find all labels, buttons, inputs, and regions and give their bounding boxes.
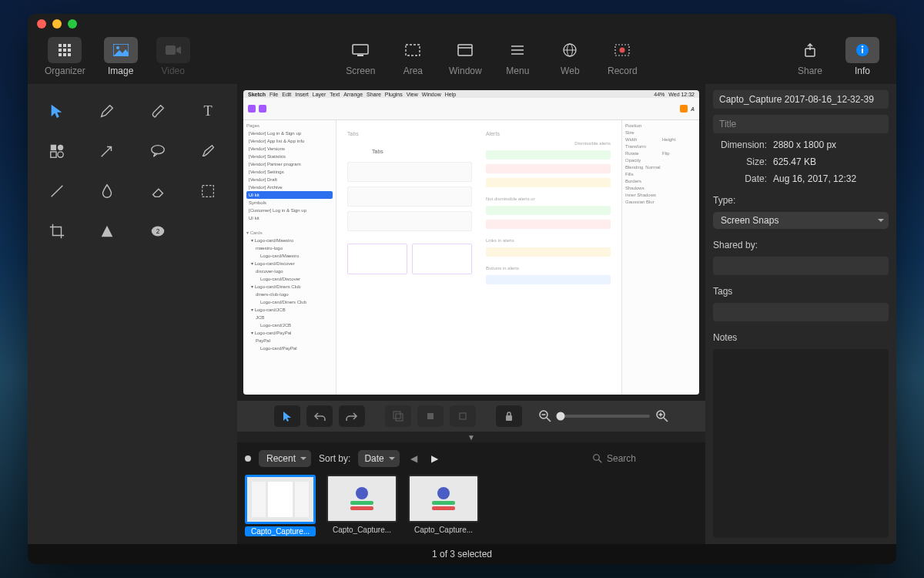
organizer-label: Organizer [45,66,85,76]
notes-field[interactable] [713,349,889,538]
share-button[interactable]: Share [784,37,836,76]
svg-point-31 [58,145,63,150]
window-close-button[interactable] [37,19,46,29]
image-tab[interactable]: Image [95,37,147,76]
eb-bring-front[interactable] [417,405,444,427]
mode-group: Organizer Image Video [35,37,199,76]
svg-rect-0 [59,44,62,47]
brush-tool[interactable] [133,92,182,130]
sketch-pages-header: Pages [246,123,333,128]
thumbnail-caption: Capto_Capture... [326,525,397,535]
thumbnail[interactable]: Capto_Capture... [245,475,316,536]
window-titlebar [28,14,896,34]
sort-dropdown[interactable]: Date [358,450,399,467]
svg-rect-11 [166,45,176,55]
svg-rect-43 [506,415,512,421]
crop-tool[interactable] [32,212,82,250]
zoom-slider[interactable] [557,415,650,418]
eb-copy[interactable] [385,405,411,427]
tray-toggle[interactable]: ▼ [237,432,705,442]
date-value: Aug 16, 2017, 12:32 [773,173,889,184]
search-icon [593,454,602,463]
sketch-toolbar: A [243,98,699,120]
main-toolbar: Organizer Image Video Screen Area [28,34,896,84]
thumbnail[interactable]: Capto_Capture... [408,475,479,536]
svg-text:T: T [204,103,213,119]
tags-label: Tags [713,286,889,297]
shapes-tool[interactable] [32,132,82,170]
thumbnail-strip: Capto_Capture...Capto_Capture...Capto_Ca… [245,475,698,536]
text-tool[interactable]: T [184,92,233,130]
svg-rect-8 [68,53,71,56]
filename-field[interactable]: Capto_Capture 2017-08-16_12-32-39 [713,90,889,109]
record-button[interactable]: Record [596,37,648,76]
record-label: Record [608,66,638,76]
shared-field[interactable] [713,257,889,275]
thumbnail[interactable]: Capto_Capture... [326,475,397,536]
shared-label: Shared by: [713,240,889,250]
image-label: Image [108,66,133,76]
highlighter-tool[interactable] [184,132,233,170]
prev-button[interactable]: ◀ [407,453,420,464]
next-button[interactable]: ▶ [428,453,441,464]
capture-area-label: Area [403,66,423,76]
eb-lock[interactable] [496,405,522,427]
eraser-tool[interactable] [133,172,182,210]
svg-point-51 [594,455,600,461]
spotlight-tool[interactable] [83,212,132,250]
arrow-tool[interactable] [83,132,132,170]
svg-point-34 [152,146,165,154]
marquee-tool[interactable] [184,172,233,210]
step-tool[interactable]: 2 [133,212,182,250]
capture-menu-button[interactable]: Menu [491,37,544,76]
canvas-viewport[interactable]: SketchFileEditInsertLayerTextArrangeShar… [237,84,705,401]
video-label: Video [161,66,184,76]
empty-tool-slot [184,212,233,250]
title-field[interactable]: Title [713,115,889,133]
capture-window-button[interactable]: Window [439,37,491,76]
right-group: Share Info [784,37,889,76]
pencil-tool[interactable] [83,92,132,130]
info-label: Info [855,66,870,76]
svg-line-48 [664,418,668,422]
capture-web-label: Web [561,66,579,76]
selection-status: 1 of 3 selected [432,549,492,560]
svg-line-45 [547,418,551,422]
tags-field[interactable] [713,303,889,321]
organizer-tab[interactable]: Organizer [35,37,95,76]
eb-redo[interactable] [339,405,365,427]
eb-send-back[interactable] [450,405,476,427]
info-button[interactable]: Info [836,37,889,76]
main-area: T 2 SketchFileEditInsertLayerTextArrange… [28,84,896,544]
line-tool[interactable] [32,172,82,210]
sketch-inspector: Position Size WidthHeight Transform Rota… [621,120,699,395]
svg-rect-15 [458,45,472,55]
capture-group: Screen Area Window Menu Web Record [334,37,648,76]
video-tab[interactable]: Video [147,37,199,76]
sketch-artboard-alerts: Alerts [486,131,611,136]
callout-tool[interactable] [133,132,182,170]
eb-select[interactable] [274,405,300,427]
capture-screen-button[interactable]: Screen [334,37,387,76]
svg-point-33 [58,152,63,157]
tray-search[interactable]: Search [588,451,698,466]
window-zoom-button[interactable] [68,19,77,29]
recent-dropdown[interactable]: Recent [259,450,311,467]
status-bar: 1 of 3 selected [28,544,896,564]
thumbnail-caption: Capto_Capture... [245,526,316,536]
capture-area-button[interactable]: Area [387,37,439,76]
svg-point-10 [116,46,119,49]
capture-window-label: Window [449,66,482,76]
dimension-value: 2880 x 1800 px [773,139,889,150]
blur-tool[interactable] [83,172,132,210]
type-dropdown[interactable]: Screen Snaps [713,212,889,229]
svg-rect-40 [396,414,403,421]
capture-web-button[interactable]: Web [544,37,596,76]
select-tool[interactable] [32,92,82,130]
window-minimize-button[interactable] [52,19,62,29]
zoom-in-icon[interactable] [656,410,668,422]
eb-undo[interactable] [306,405,333,427]
filter-dot-icon [245,455,251,462]
zoom-out-icon[interactable] [539,410,551,422]
svg-rect-39 [393,412,400,418]
